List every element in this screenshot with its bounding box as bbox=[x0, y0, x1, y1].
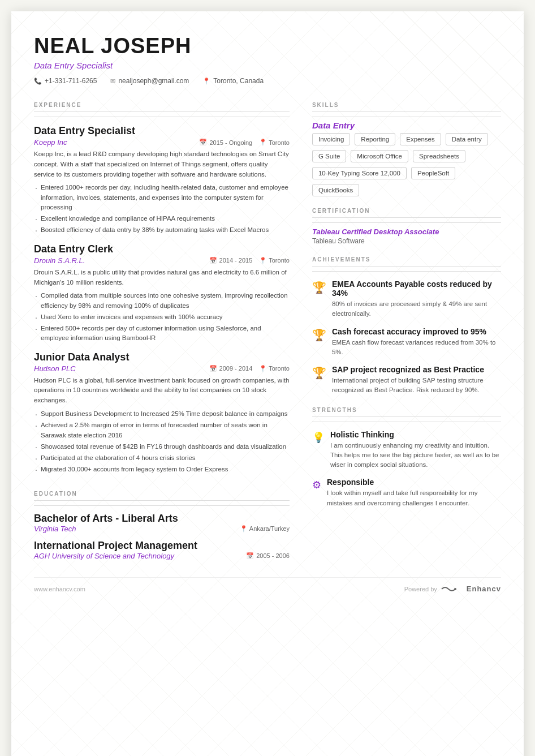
exp-location-3: 📍 Toronto bbox=[259, 365, 290, 372]
calendar-icon-2: 📅 bbox=[209, 257, 217, 264]
calendar-icon-1: 📅 bbox=[199, 139, 207, 146]
exp-dates-2: 📅 2014 - 2015 bbox=[209, 257, 253, 264]
exp-title-2: Data Entry Clerk bbox=[34, 243, 290, 255]
education-item-2: International Project Management AGH Uni… bbox=[34, 540, 290, 560]
bullet-item: Used Xero to enter invoices and expenses… bbox=[34, 312, 290, 322]
exp-title-3: Junior Data Analyst bbox=[34, 351, 290, 363]
bullet-item: Boosted efficiency of data entry by 38% … bbox=[34, 225, 290, 235]
experience-section-label: EXPERIENCE bbox=[34, 102, 290, 112]
phone-icon: 📞 bbox=[34, 78, 42, 85]
company-1: Koepp Inc bbox=[34, 138, 67, 147]
education-item-1: Bachelor of Arts - Liberal Arts Virginia… bbox=[34, 513, 290, 533]
achievement-desc-2: EMEA cash flow forecast variances reduce… bbox=[332, 338, 501, 358]
edu-location-1: 📍 Ankara/Turkey bbox=[240, 525, 290, 532]
edu-dates-2: 📅 2005 - 2006 bbox=[246, 552, 290, 560]
footer: www.enhancv.com Powered by Enhancv bbox=[34, 577, 501, 594]
achievement-title-3: SAP project recognized as Best Practice bbox=[332, 365, 501, 374]
skill-tag: Microsoft Office bbox=[351, 150, 408, 162]
exp-bullets-2: Compiled data from multiple sources into… bbox=[34, 291, 290, 343]
achievement-desc-3: International project of building SAP te… bbox=[332, 376, 501, 396]
pin-icon-1: 📍 bbox=[259, 139, 267, 146]
exp-dates-3: 📅 2009 - 2014 bbox=[209, 365, 253, 372]
achievement-content-3: SAP project recognized as Best Practice … bbox=[332, 365, 501, 396]
trophy-icon-1: 🏆 bbox=[312, 281, 326, 294]
achievements-section-label: ACHIEVEMENTS bbox=[312, 256, 501, 267]
trophy-icon-3: 🏆 bbox=[312, 366, 326, 380]
company-3: Hudson PLC bbox=[34, 364, 76, 373]
bullet-item: Compiled data from multiple sources into… bbox=[34, 291, 290, 311]
strength-title-1: Holistic Thinking bbox=[330, 430, 501, 439]
skills-divider bbox=[312, 117, 501, 117]
exp-bullets-3: Support Business Development to Increase… bbox=[34, 409, 290, 475]
bullet-item: Entered 500+ records per day of customer… bbox=[34, 324, 290, 343]
strength-content-2: Responsible I look within myself and tak… bbox=[327, 478, 501, 508]
strengths-divider bbox=[312, 422, 501, 422]
achievement-desc-1: 80% of invoices are processed simply & 4… bbox=[332, 299, 501, 319]
pin-icon-3: 📍 bbox=[259, 365, 267, 372]
exp-location-1: 📍 Toronto bbox=[259, 139, 290, 146]
strength-desc-2: I look within myself and take full respo… bbox=[327, 488, 501, 508]
certification-section-label: CERTIFICATION bbox=[312, 208, 501, 218]
bullet-item: Showcased total revenue of $42B in FY16 … bbox=[34, 442, 290, 452]
bullet-item: Excellent knowledge and compliance of HI… bbox=[34, 214, 290, 224]
svg-point-0 bbox=[454, 588, 456, 590]
achievements-divider bbox=[312, 271, 501, 272]
skill-tag: Invoicing bbox=[312, 133, 350, 145]
phone-number: +1-331-711-6265 bbox=[45, 77, 97, 85]
brand-name: Enhancv bbox=[467, 585, 501, 593]
achievement-title-1: EMEA Accounts Payable costs reduced by 3… bbox=[332, 280, 501, 298]
achievement-content-2: Cash forecast accuracy improved to 95% E… bbox=[332, 327, 501, 358]
pin-icon-edu1: 📍 bbox=[240, 525, 248, 532]
school-1: Virginia Tech bbox=[34, 525, 76, 533]
school-2: AGH University of Science and Technology bbox=[34, 552, 174, 560]
strength-desc-1: I am continuously enhancing my creativit… bbox=[330, 441, 501, 470]
strengths-section-label: STRENGTHS bbox=[312, 407, 501, 417]
edu-meta-2: AGH University of Science and Technology… bbox=[34, 552, 290, 560]
pin-icon-2: 📍 bbox=[259, 257, 267, 264]
cert-issuer: Tableau Software bbox=[312, 237, 501, 245]
experience-item-1: Data Entry Specialist Koepp Inc 📅 2015 -… bbox=[34, 125, 290, 235]
company-2: Drouin S.A.R.L. bbox=[34, 256, 85, 265]
footer-brand: Powered by Enhancv bbox=[404, 585, 501, 594]
experience-item-3: Junior Data Analyst Hudson PLC 📅 2009 - … bbox=[34, 351, 290, 475]
exp-bullets-1: Entered 1000+ records per day, including… bbox=[34, 183, 290, 235]
exp-desc-3: Hudson PLC is a global, full-service inv… bbox=[34, 376, 290, 406]
phone-contact: 📞 +1-331-711-6265 bbox=[34, 77, 97, 85]
skill-tag: 10-Key Typing Score 12,000 bbox=[312, 167, 407, 179]
achievement-item-1: 🏆 EMEA Accounts Payable costs reduced by… bbox=[312, 280, 501, 319]
cert-name: Tableau Certified Desktop Associate bbox=[312, 227, 501, 236]
powered-by-text: Powered by bbox=[404, 586, 437, 592]
achievement-item-3: 🏆 SAP project recognized as Best Practic… bbox=[312, 365, 501, 396]
bullet-item: Support Business Development to Increase… bbox=[34, 409, 290, 419]
skill-tag: QuickBooks bbox=[312, 184, 359, 196]
left-column: EXPERIENCE Data Entry Specialist Koepp I… bbox=[34, 102, 290, 560]
bullet-item: Participated at the elaboration of 4 hou… bbox=[34, 453, 290, 463]
skill-tag: Data entry bbox=[446, 133, 488, 145]
resume-page: NEAL JOSEPH Data Entry Specialist 📞 +1-3… bbox=[11, 11, 524, 756]
exp-dates-1: 📅 2015 - Ongoing bbox=[199, 139, 252, 146]
enhancv-logo-svg bbox=[441, 585, 463, 594]
edu-degree-2: International Project Management bbox=[34, 540, 290, 552]
skills-section-label: SKILLS bbox=[312, 102, 501, 112]
edu-degree-1: Bachelor of Arts - Liberal Arts bbox=[34, 513, 290, 525]
exp-desc-1: Koepp Inc, is a lead R&D company develop… bbox=[34, 149, 290, 179]
achievement-title-2: Cash forecast accuracy improved to 95% bbox=[332, 327, 501, 336]
edu-meta-1: Virginia Tech 📍 Ankara/Turkey bbox=[34, 525, 290, 533]
location-contact: 📍 Toronto, Canada bbox=[202, 77, 264, 85]
strength-item-2: ⚙ Responsible I look within myself and t… bbox=[312, 478, 501, 508]
responsible-icon: ⚙ bbox=[312, 479, 321, 491]
contact-row: 📞 +1-331-711-6265 ✉ nealjoseph@gmail.com… bbox=[34, 77, 501, 85]
header-section: NEAL JOSEPH Data Entry Specialist 📞 +1-3… bbox=[34, 34, 501, 85]
location-icon: 📍 bbox=[202, 78, 210, 85]
bullet-item: Entered 1000+ records per day, including… bbox=[34, 183, 290, 212]
candidate-name: NEAL JOSEPH bbox=[34, 34, 501, 58]
skill-tag: PeopleSoft bbox=[411, 167, 455, 179]
skills-category: Data Entry bbox=[312, 121, 501, 130]
skill-tag: Expenses bbox=[400, 133, 441, 145]
education-divider bbox=[34, 505, 290, 506]
footer-website: www.enhancv.com bbox=[34, 586, 85, 592]
email-contact: ✉ nealjoseph@gmail.com bbox=[110, 77, 189, 85]
skill-tag: Spreadsheets bbox=[413, 150, 465, 162]
candidate-title: Data Entry Specialist bbox=[34, 61, 501, 70]
two-column-layout: EXPERIENCE Data Entry Specialist Koepp I… bbox=[34, 102, 501, 560]
